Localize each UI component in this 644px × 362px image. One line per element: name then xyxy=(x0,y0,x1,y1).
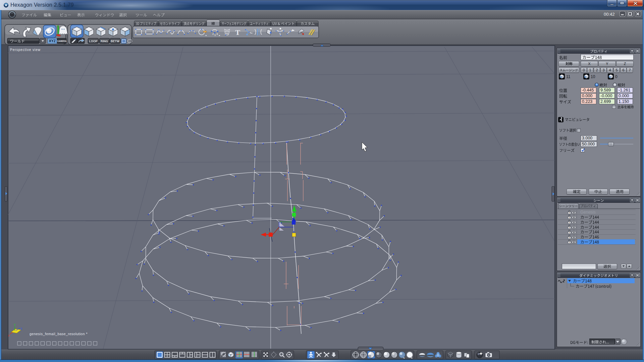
svg-text:genesis_femail_base_resolution: genesis_femail_base_resolution * xyxy=(30,332,88,336)
svg-text:3: 3 xyxy=(216,33,218,36)
svg-text:Z: Z xyxy=(20,327,22,330)
svg-text:Y: Y xyxy=(14,323,16,326)
svg-text:T: T xyxy=(235,28,240,37)
svg-text:x: x xyxy=(8,334,10,337)
svg-text:2: 2 xyxy=(212,33,214,36)
svg-text:1: 1 xyxy=(214,34,216,37)
svg-text:Perspective view: Perspective view xyxy=(10,48,41,52)
